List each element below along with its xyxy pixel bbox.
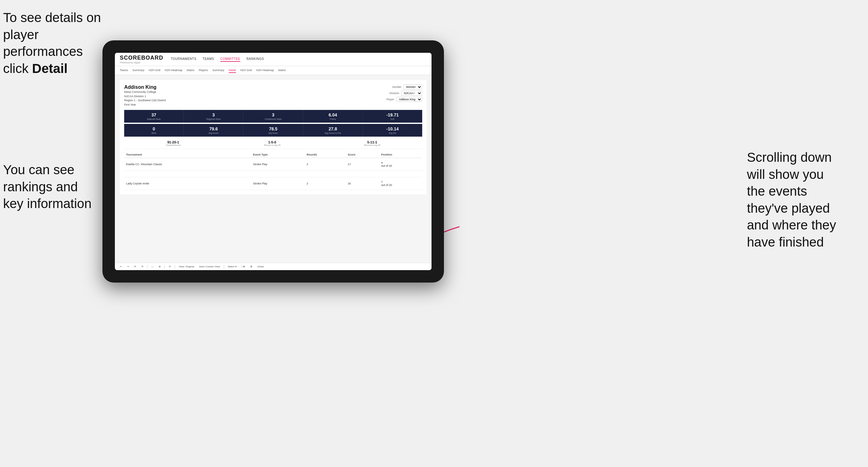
subtab-players[interactable]: Players: [199, 68, 208, 73]
subtab-h2h-grid[interactable]: H2H Grid: [149, 68, 160, 73]
nav-items: TOURNAMENTS TEAMS COMMITTEE RANKINGS: [171, 57, 264, 62]
player-year: First Year: [124, 103, 166, 107]
avg-score-label: Avg Score: [185, 132, 242, 134]
division-label: Division: [389, 92, 399, 95]
save-custom-view-btn[interactable]: Save Custom View: [198, 264, 221, 269]
logo-scoreboard: SCOREBOARD: [120, 55, 163, 61]
avg-score-par-label: Avg Score to Par: [305, 132, 361, 134]
minus-btn[interactable]: —: [150, 264, 155, 269]
logo-area: SCOREBOARD Powered by clippd: [120, 55, 163, 64]
tournament-event-type-2: [251, 171, 305, 177]
nav-item-teams[interactable]: TEAMS: [203, 57, 214, 62]
stat-national-rank: 37 National Rank: [124, 110, 184, 123]
main-content: Addison King Mesa Community College NJCA…: [115, 75, 432, 263]
tournament-rounds-3: 2: [305, 177, 346, 190]
nav-item-committee[interactable]: COMMITTEE: [220, 57, 241, 62]
tournament-name-1: Estella CC- Mountain Classic: [124, 158, 240, 171]
subtab-h2h-grid2[interactable]: H2H Grid: [240, 68, 252, 73]
tournament-score-3: 16: [346, 177, 379, 190]
watch-btn[interactable]: Watch ▾: [227, 264, 238, 269]
grid-btn[interactable]: ⊞: [249, 264, 254, 269]
navbar: SCOREBOARD Powered by clippd TOURNAMENTS…: [115, 53, 432, 66]
subtab-summary[interactable]: Summary: [132, 68, 145, 73]
screen-btn[interactable]: □⊕: [240, 264, 247, 269]
subtab-matrix2[interactable]: Matrix: [278, 68, 286, 73]
col-position: Position: [379, 152, 422, 158]
division-select[interactable]: NJCAA I NJCAA II: [401, 91, 422, 96]
bottom-toolbar: ↩ ↪ ⟳ ⟲ — ⊕ ⏱ View: Original Save Custom…: [115, 263, 432, 270]
stat-wins: 0 Wins: [124, 124, 184, 136]
subtab-h2h-heatmap2[interactable]: H2H Heatmap: [256, 68, 274, 73]
tournament-event-type-1: Stroke Play: [251, 158, 305, 171]
player-card: Addison King Mesa Community College NJCA…: [120, 80, 427, 194]
tournament-score-2: [346, 171, 379, 177]
back-btn[interactable]: ⟲: [140, 264, 145, 269]
adj-score-value: 78.5: [245, 126, 302, 131]
avg-sg-value: -10.14: [364, 126, 421, 131]
stats-row-1: 37 National Rank 3 Regional Rank 3 Confe…: [124, 110, 422, 123]
nav-item-tournaments[interactable]: TOURNAMENTS: [171, 57, 196, 62]
division-filter-row: Division NJCAA I NJCAA II: [389, 91, 422, 96]
player-select[interactable]: Addison King: [396, 97, 422, 102]
stat-avg-score-par: 27.8 Avg Score to Par: [303, 124, 363, 136]
sep-4: [224, 265, 224, 269]
tournament-event-type-3: Stroke Play: [251, 177, 305, 190]
player-header: Addison King Mesa Community College NJCA…: [124, 85, 422, 107]
player-college: Mesa Community College: [124, 90, 166, 94]
tournament-name-2: [124, 171, 240, 177]
gender-label: Gender: [392, 85, 401, 89]
wins-value: 0: [125, 126, 182, 131]
subtab-h2h-heatmap[interactable]: H2H Heatmap: [165, 68, 183, 73]
player-filters: Gender Women Men Division NJCAA I NJCAA …: [386, 85, 422, 107]
record-top50: 5-11-1 Record vs top 50: [364, 141, 381, 146]
subtab-teams[interactable]: Teams: [120, 68, 128, 73]
col-rounds: Rounds: [305, 152, 346, 158]
records-row: 91-20-1 Overall Record 1-5-0 Record vs t…: [124, 138, 422, 149]
table-row: Estella CC- Mountain Classic Stroke Play…: [124, 158, 422, 171]
stat-sos: -19.71 SoS: [363, 110, 422, 123]
subtabs: Teams Summary H2H Grid H2H Heatmap Matri…: [115, 66, 432, 75]
subtab-matrix[interactable]: Matrix: [187, 68, 195, 73]
record-top25: 1-5-0 Record vs top 25: [264, 141, 280, 146]
gender-select[interactable]: Women Men: [403, 85, 422, 89]
tournament-rounds-2: [305, 171, 346, 177]
tablet-screen: SCOREBOARD Powered by clippd TOURNAMENTS…: [115, 53, 432, 270]
tournament-empty-1: [240, 158, 251, 171]
record-overall: 91-20-1 Overall Record: [166, 141, 181, 146]
redo-btn[interactable]: ↪: [126, 264, 130, 269]
avg-score-par-value: 27.8: [305, 126, 361, 131]
wins-label: Wins: [125, 132, 182, 134]
subtab-summary2[interactable]: Summary: [212, 68, 224, 73]
tournament-name-3: Lady Coyote Invite: [124, 177, 240, 190]
conference-rank-label: Conference Rank: [245, 118, 302, 120]
nav-item-rankings[interactable]: RANKINGS: [247, 57, 264, 62]
player-name: Addison King: [124, 85, 166, 90]
refresh-btn[interactable]: ⟳: [133, 264, 137, 269]
stat-points: 6.04 Points: [303, 110, 363, 123]
stat-avg-score: 79.6 Avg Score: [184, 124, 243, 136]
annotation-top-left: To see details on player performances cl…: [3, 9, 108, 77]
table-row: Lady Coyote Invite Stroke Play 2 16 7out…: [124, 177, 422, 190]
view-original-btn[interactable]: View: Original: [178, 264, 195, 269]
col-empty: [240, 152, 251, 158]
overall-record-label: Overall Record: [166, 144, 181, 146]
col-event-type: Event Type: [251, 152, 305, 158]
col-tournament: Tournament: [124, 152, 240, 158]
tournament-rounds-1: 2: [305, 158, 346, 171]
regional-rank-value: 3: [185, 113, 242, 117]
timer-btn[interactable]: ⏱: [167, 264, 172, 269]
undo-btn[interactable]: ↩: [119, 264, 123, 269]
share-btn[interactable]: Share: [256, 264, 265, 269]
tournament-empty-2: [240, 171, 251, 177]
stat-adj-score: 78.5 Adj Score: [243, 124, 303, 136]
sep-1: [147, 265, 148, 269]
stat-avg-sg: -10.14 Avg SG: [363, 124, 422, 136]
tournament-table: Tournament Event Type Rounds Score Posit…: [124, 152, 422, 190]
player-info: Addison King Mesa Community College NJCA…: [124, 85, 166, 107]
overall-record-value: 91-20-1: [166, 141, 181, 144]
subtab-detail[interactable]: Detail: [229, 68, 236, 73]
logo-powered: Powered by clippd: [120, 61, 163, 64]
stat-conference-rank: 3 Conference Rank: [243, 110, 303, 123]
plus-btn[interactable]: ⊕: [157, 264, 162, 269]
col-score: Score: [346, 152, 379, 158]
